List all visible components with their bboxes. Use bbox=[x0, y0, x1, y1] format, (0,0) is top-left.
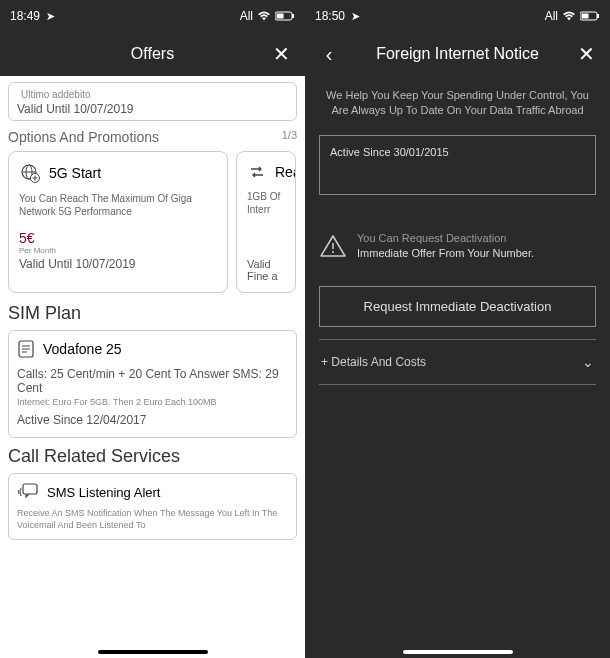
last-charge-valid: Valid Until 10/07/2019 bbox=[17, 102, 288, 116]
sim-internet: Internet: Euro For 5GB. Then 2 Euro Each… bbox=[17, 397, 288, 407]
sms-alert-icon bbox=[17, 482, 39, 502]
wifi-icon bbox=[562, 11, 576, 21]
intro-text: We Help You Keep Your Spending Under Con… bbox=[319, 88, 596, 119]
sim-section-title: SIM Plan bbox=[8, 303, 297, 324]
warn-line2: Immediate Offer From Your Number. bbox=[357, 246, 534, 261]
promo-card-peek[interactable]: Rea 1GB Of Interr Valid Fine a bbox=[236, 151, 296, 293]
svg-rect-2 bbox=[277, 14, 284, 19]
divider bbox=[319, 384, 596, 385]
svg-rect-1 bbox=[292, 14, 294, 18]
svg-rect-13 bbox=[23, 484, 37, 494]
battery-icon bbox=[580, 11, 600, 21]
service-card[interactable]: SMS Listening Alert Receive An SMS Notif… bbox=[8, 473, 297, 540]
promo2-valid: Valid Fine a bbox=[247, 258, 285, 282]
home-indicator[interactable] bbox=[403, 650, 513, 654]
promo-price: 5€ bbox=[19, 230, 217, 246]
sim-active: Active Since 12/04/2017 bbox=[17, 413, 288, 427]
right-screen: 18:50 ➤ All ‹ Foreign Internet Notice ✕ … bbox=[305, 0, 610, 658]
promo-row[interactable]: 5G Start You Can Reach The Maximum Of Gi… bbox=[8, 151, 297, 293]
location-icon: ➤ bbox=[46, 10, 55, 23]
status-bar: 18:50 ➤ All bbox=[305, 0, 610, 32]
svg-point-18 bbox=[332, 251, 334, 253]
location-icon: ➤ bbox=[351, 10, 360, 23]
promo-valid: Valid Until 10/07/2019 bbox=[19, 257, 217, 271]
page-indicator: 1/3 bbox=[282, 129, 297, 145]
promo-card-5g[interactable]: 5G Start You Can Reach The Maximum Of Gi… bbox=[8, 151, 228, 293]
swap-icon bbox=[247, 162, 267, 182]
sim-plan-card[interactable]: Vodafone 25 Calls: 25 Cent/min + 20 Cent… bbox=[8, 330, 297, 438]
header: Offers ✕ bbox=[0, 32, 305, 76]
promo-desc: You Can Reach The Maximum Of Giga Networ… bbox=[19, 192, 217, 218]
warn-line1: You Can Request Deactivation bbox=[357, 231, 534, 246]
svg-rect-15 bbox=[597, 14, 599, 18]
divider bbox=[319, 339, 596, 340]
close-icon[interactable]: ✕ bbox=[574, 42, 598, 66]
options-title: Options And Promotions bbox=[8, 129, 159, 145]
wifi-icon bbox=[257, 11, 271, 21]
sim-calls: Calls: 25 Cent/min + 20 Cent To Answer S… bbox=[17, 367, 288, 395]
chevron-down-icon: ⌄ bbox=[582, 354, 594, 370]
warning-triangle-icon bbox=[319, 234, 347, 258]
promo2-desc: 1GB Of Interr bbox=[247, 190, 285, 216]
active-since-box: Active Since 30/01/2015 bbox=[319, 135, 596, 195]
service-desc: Receive An SMS Notification When The Mes… bbox=[17, 508, 288, 531]
promo-title: 5G Start bbox=[49, 165, 101, 181]
document-icon bbox=[17, 339, 35, 359]
header: ‹ Foreign Internet Notice ✕ bbox=[305, 32, 610, 76]
last-charge-card: Ultimo addebito Valid Until 10/07/2019 bbox=[8, 82, 297, 121]
last-charge-label: Ultimo addebito bbox=[17, 87, 288, 102]
network-label: All bbox=[545, 9, 558, 23]
service-title: SMS Listening Alert bbox=[47, 485, 160, 500]
warning-row: You Can Request Deactivation Immediate O… bbox=[319, 231, 596, 262]
left-screen: 18:49 ➤ All Offers ✕ Ultimo addebito Val… bbox=[0, 0, 305, 658]
details-label: + Details And Costs bbox=[321, 355, 426, 369]
status-time: 18:50 bbox=[315, 9, 345, 23]
page-title: Foreign Internet Notice bbox=[341, 45, 574, 63]
back-icon[interactable]: ‹ bbox=[317, 43, 341, 66]
promo-period: Per Month bbox=[19, 246, 217, 255]
status-bar: 18:49 ➤ All bbox=[0, 0, 305, 32]
battery-icon bbox=[275, 11, 295, 21]
request-deactivation-button[interactable]: Request Immediate Deactivation bbox=[319, 286, 596, 327]
services-section-title: Call Related Services bbox=[8, 446, 297, 467]
globe-5g-icon bbox=[19, 162, 41, 184]
close-icon[interactable]: ✕ bbox=[269, 42, 293, 66]
options-section: Options And Promotions 1/3 bbox=[8, 129, 297, 145]
sim-plan-title: Vodafone 25 bbox=[43, 341, 122, 357]
promo2-title: Rea bbox=[275, 164, 296, 180]
active-since-text: Active Since 30/01/2015 bbox=[330, 146, 449, 158]
status-time: 18:49 bbox=[10, 9, 40, 23]
network-label: All bbox=[240, 9, 253, 23]
details-costs-row[interactable]: + Details And Costs ⌄ bbox=[319, 346, 596, 378]
page-title: Offers bbox=[36, 45, 269, 63]
home-indicator[interactable] bbox=[98, 650, 208, 654]
svg-rect-16 bbox=[582, 14, 589, 19]
